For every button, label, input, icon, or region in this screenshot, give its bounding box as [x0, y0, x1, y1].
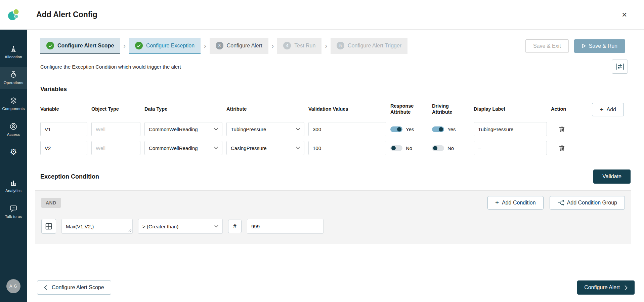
variables-table-header: Variable Object Type Data Type Attribute…: [40, 100, 579, 120]
back-button[interactable]: Configure Alert Scope: [37, 280, 111, 295]
step-description: Configure the Exception Condition which …: [40, 64, 181, 70]
step-test-run: 4 Test Run: [277, 38, 321, 54]
attribute-select[interactable]: TubingPressure: [226, 122, 304, 136]
step-separator-icon: ›: [203, 42, 207, 50]
next-button[interactable]: Configure Alert: [577, 280, 635, 295]
add-condition-group-label: Add Condition Group: [567, 200, 617, 206]
action-cell: [551, 145, 572, 151]
response-attribute-toggle[interactable]: [390, 126, 402, 132]
sidebar-item-talk-to-us[interactable]: Talk to us: [0, 201, 27, 223]
sidebar-spacer: [0, 163, 27, 175]
chevron-left-icon: [44, 285, 47, 290]
sidebar-item-allocation[interactable]: Allocation: [0, 41, 27, 63]
variable-name-input[interactable]: [40, 141, 87, 155]
add-condition-group-button[interactable]: Add Condition Group: [550, 196, 625, 210]
delete-row-button[interactable]: [559, 126, 565, 133]
object-type-input[interactable]: [91, 141, 140, 155]
chevron-down-icon: [296, 147, 300, 149]
variables-title: Variables: [40, 86, 67, 92]
logo-icon: [6, 7, 21, 22]
step-label: Configure Alert Scope: [57, 43, 114, 49]
sidebar-nav: Allocation Operations Components Access: [0, 30, 27, 302]
toggle-knob: [391, 146, 396, 150]
step-separator-icon: ›: [123, 42, 126, 50]
condition-group-panel: AND + Add Condition Add Condition Group: [35, 190, 631, 244]
data-type-select[interactable]: CommonWellReading: [144, 122, 222, 136]
exception-condition-title: Exception Condition: [40, 173, 99, 180]
sidebar: Allocation Operations Components Access: [0, 0, 27, 302]
driving-attribute-toggle[interactable]: [432, 126, 444, 132]
expression-builder-button[interactable]: [41, 219, 56, 234]
page-title: Add Alert Config: [36, 10, 97, 19]
plus-icon: +: [600, 107, 603, 112]
operations-icon: [10, 71, 17, 78]
variable-name-input[interactable]: [40, 122, 87, 136]
swap-view-button[interactable]: [612, 60, 628, 74]
content: Configure Alert Scope › Configure Except…: [27, 30, 644, 302]
save-and-run-button[interactable]: Save & Run: [574, 39, 625, 53]
sidebar-item-label: Talk to us: [5, 215, 22, 219]
stepper-actions: Save & Exit Save & Run: [525, 39, 625, 53]
object-type-input[interactable]: [91, 122, 140, 136]
condition-value-input[interactable]: [247, 219, 324, 234]
operator-select-value: > (Greater than): [142, 224, 178, 229]
variables-section-header: Variables: [27, 78, 644, 94]
step-separator-icon: ›: [324, 42, 328, 50]
chevron-right-icon: [625, 285, 628, 290]
step-number: 3: [216, 42, 223, 49]
variables-table: Variable Object Type Data Type Attribute…: [40, 100, 579, 157]
allocation-icon: [10, 45, 17, 52]
attribute-select-value: CasingPressure: [231, 145, 267, 151]
validate-button[interactable]: Validate: [593, 169, 631, 184]
add-condition-button[interactable]: + Add Condition: [487, 196, 544, 210]
toggle-knob: [397, 127, 401, 131]
operator-select[interactable]: > (Greater than): [138, 219, 223, 234]
step-configure-alert-trigger: 5 Configure Alert Trigger: [331, 38, 407, 54]
column-header-data-type: Data Type: [144, 106, 222, 112]
delete-row-button[interactable]: [559, 145, 565, 151]
sidebar-item-access[interactable]: Access: [0, 119, 27, 141]
avatar[interactable]: A G: [6, 279, 20, 293]
exception-condition-header: Exception Condition Validate: [27, 157, 644, 188]
page-header: Add Alert Config ✕: [27, 0, 644, 30]
attribute-select[interactable]: CasingPressure: [226, 141, 304, 155]
driving-attribute-cell: No: [432, 145, 470, 151]
step-configure-alert[interactable]: 3 Configure Alert: [210, 38, 268, 54]
analytics-icon: [10, 179, 17, 186]
column-header-attribute: Attribute: [226, 106, 304, 112]
chat-icon: [10, 205, 17, 212]
sidebar-item-settings[interactable]: ⚙: [0, 145, 27, 159]
components-icon: [10, 97, 17, 104]
close-button[interactable]: ✕: [621, 11, 627, 19]
data-type-select[interactable]: CommonWellReading: [144, 141, 222, 155]
validation-values-input[interactable]: [308, 141, 386, 155]
subtitle-row: Configure the Exception Condition which …: [27, 54, 644, 78]
steps: Configure Alert Scope › Configure Except…: [40, 38, 407, 54]
display-label-input[interactable]: [474, 141, 547, 155]
step-number: 5: [337, 42, 344, 49]
driving-attribute-cell: Yes: [432, 126, 470, 132]
display-label-input[interactable]: [474, 122, 547, 136]
step-label: Configure Alert: [227, 43, 262, 49]
step-configure-exception[interactable]: Configure Exception: [129, 38, 201, 54]
sidebar-item-components[interactable]: Components: [0, 93, 27, 115]
expression-input[interactable]: [61, 219, 133, 234]
column-header-display-label: Display Label: [474, 106, 547, 112]
grid-icon: [45, 223, 52, 230]
sidebar-item-operations[interactable]: Operations: [0, 67, 27, 89]
sidebar-item-label: Access: [7, 133, 20, 137]
validation-values-input[interactable]: [308, 122, 386, 136]
condition-group-buttons: + Add Condition Add Condition Group: [487, 196, 625, 210]
app-logo[interactable]: [0, 0, 27, 30]
group-operator-chip[interactable]: AND: [41, 198, 61, 208]
chevron-down-icon: [214, 128, 218, 130]
add-variable-button[interactable]: + Add: [592, 103, 624, 116]
save-and-exit-button[interactable]: Save & Exit: [525, 39, 569, 53]
sidebar-item-analytics[interactable]: Analytics: [0, 175, 27, 197]
plus-icon: +: [495, 200, 499, 205]
response-attribute-toggle[interactable]: [390, 145, 402, 151]
access-icon: [10, 123, 17, 130]
step-configure-alert-scope[interactable]: Configure Alert Scope: [40, 38, 120, 54]
driving-attribute-toggle[interactable]: [432, 145, 444, 151]
value-type-button[interactable]: #: [228, 220, 242, 233]
